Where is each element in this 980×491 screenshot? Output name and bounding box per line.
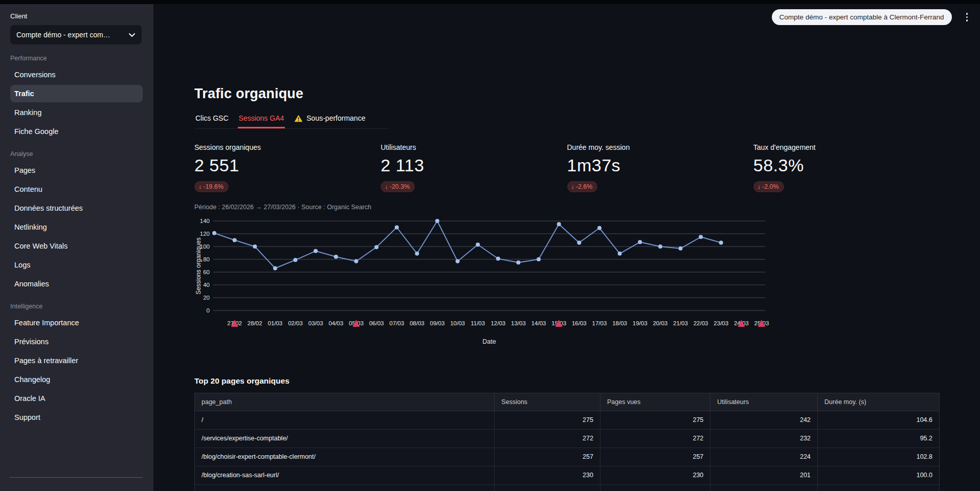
tab-sessions-ga4[interactable]: Sessions GA4	[238, 110, 285, 128]
sidebar-item-trafic[interactable]: Trafic	[10, 85, 143, 102]
column-header[interactable]: Durée moy. (s)	[818, 393, 939, 411]
cell-duree: 102.8	[818, 448, 939, 466]
sidebar-item-pages-retravailler[interactable]: Pages à retravailler	[10, 352, 143, 369]
arrow-down-icon: ↓	[758, 183, 761, 190]
main-panel: Compte démo - expert comptable à Clermon…	[153, 4, 980, 491]
sidebar-section-label: Performance	[10, 53, 143, 64]
cell-sessions: 157	[495, 485, 600, 491]
tab-bar: Clics GSCSessions GA4Sous-performance	[194, 110, 389, 129]
sidebar-item-anomalies[interactable]: Anomalies	[10, 275, 143, 293]
svg-text:06/03: 06/03	[369, 320, 384, 326]
cell-sessions: 272	[495, 430, 600, 448]
cell-sessions: 257	[495, 448, 600, 466]
sidebar-item-pages[interactable]: Pages	[10, 162, 143, 179]
table-row: /275275242104.6	[195, 411, 939, 430]
column-header[interactable]: page_path	[195, 393, 495, 411]
kpi-delta-badge: ↓-20.3%	[381, 181, 415, 192]
table-title: Top 20 pages organiques	[194, 376, 940, 386]
cell-page_path: /blog/choisir-expert-comptable-clermont/	[195, 448, 495, 466]
kpi-taux-d-engagement: Taux d'engagement58.3%↓-2.0%	[753, 143, 940, 192]
tab-sous-performance[interactable]: Sous-performance	[293, 110, 366, 128]
cell-sessions: 230	[495, 466, 600, 484]
cell-utilisateurs: 242	[710, 411, 818, 429]
cell-utilisateurs: 131	[710, 485, 818, 491]
svg-text:20: 20	[203, 295, 210, 301]
warning-icon	[294, 115, 303, 122]
sidebar-section-label: Intelligence	[10, 301, 143, 312]
top-edge-strip	[0, 0, 980, 4]
chevron-down-icon	[128, 33, 136, 37]
svg-text:0: 0	[207, 307, 210, 314]
tab-label: Sous-performance	[306, 114, 365, 122]
svg-text:07/03: 07/03	[389, 320, 404, 326]
sidebar-item-netlinking[interactable]: Netlinking	[10, 218, 143, 236]
kpi-label: Taux d'engagement	[753, 143, 940, 151]
sidebar-item-oracle-ia[interactable]: Oracle IA	[10, 390, 143, 407]
svg-text:04/03: 04/03	[328, 320, 343, 326]
page-title: Trafic organique	[194, 86, 940, 102]
kpi-value: 58.3%	[753, 155, 940, 175]
sidebar-section-label: Analyse	[10, 148, 143, 160]
column-header[interactable]: Pages vues	[600, 393, 710, 411]
sidebar-item-ranking[interactable]: Ranking	[10, 104, 143, 121]
kpi-dur-e-moy-session: Durée moy. session1m37s↓-2.6%	[567, 143, 753, 192]
kpi-sessions-organiques: Sessions organiques2 551↓-19.6%	[194, 143, 381, 192]
kpi-label: Sessions organiques	[194, 143, 381, 151]
sidebar-item-fiche-google[interactable]: Fiche Google	[10, 123, 143, 140]
svg-text:22/03: 22/03	[694, 320, 708, 326]
svg-text:16/03: 16/03	[572, 320, 587, 326]
svg-text:80: 80	[203, 256, 210, 262]
svg-text:08/03: 08/03	[410, 320, 425, 326]
column-header[interactable]: Utilisateurs	[710, 393, 818, 411]
cell-duree: 104.6	[818, 411, 939, 429]
tab-clics-gsc[interactable]: Clics GSC	[194, 110, 230, 128]
table-row: /services/expertise-comptable/2722722329…	[195, 430, 939, 448]
account-badge: Compte démo - expert comptable à Clermon…	[772, 9, 952, 25]
kpi-value: 2 551	[194, 155, 381, 175]
svg-text:20/03: 20/03	[653, 320, 667, 326]
sidebar: Client Compte démo - expert com… Perform…	[0, 4, 153, 491]
tab-label: Sessions GA4	[239, 114, 284, 122]
client-select[interactable]: Compte démo - expert com…	[10, 25, 142, 44]
sidebar-item-feature-importance[interactable]: Feature Importance	[10, 314, 143, 331]
arrow-down-icon: ↓	[571, 183, 574, 190]
top-pages-table: page_pathSessionsPages vuesUtilisateursD…	[194, 393, 940, 491]
column-header[interactable]: Sessions	[495, 393, 600, 411]
table-row: /blog/creation-sas-sarl-eurl/23023020110…	[195, 466, 939, 485]
sessions-line-chart: 020406080100120140Sessions organiques27/…	[194, 215, 940, 356]
table-row: /blog/choisir-expert-comptable-clermont/…	[195, 448, 939, 466]
cell-page_path: /blog/comptabilite-auto-entrepreneur/	[195, 485, 495, 491]
kebab-menu-icon[interactable]	[964, 11, 970, 24]
sidebar-item-changelog[interactable]: Changelog	[10, 371, 143, 388]
cell-page_path: /	[195, 411, 495, 429]
sidebar-item-support[interactable]: Support	[10, 409, 143, 426]
kpi-utilisateurs: Utilisateurs2 113↓-20.3%	[381, 143, 567, 192]
cell-duree: 94.4	[818, 485, 939, 491]
cell-utilisateurs: 201	[710, 466, 818, 484]
sidebar-item-donn-es-structur-es[interactable]: Données structurées	[10, 199, 143, 217]
toolbar: Compte démo - expert comptable à Clermon…	[772, 9, 970, 25]
cell-pages_vues: 157	[600, 485, 710, 491]
svg-text:09/03: 09/03	[430, 320, 445, 326]
sidebar-item-conversions[interactable]: Conversions	[10, 66, 143, 83]
kpi-delta-badge: ↓-2.6%	[567, 181, 598, 192]
sidebar-item-pr-visions[interactable]: Prévisions	[10, 333, 143, 350]
svg-text:40: 40	[203, 282, 210, 288]
kpi-delta-badge: ↓-2.0%	[753, 181, 784, 192]
sidebar-item-core-web-vitals[interactable]: Core Web Vitals	[10, 237, 143, 255]
svg-text:Date: Date	[482, 338, 496, 345]
table-row: /blog/comptabilite-auto-entrepreneur/157…	[195, 485, 939, 491]
svg-text:120: 120	[200, 231, 210, 237]
cell-pages_vues: 257	[600, 448, 710, 466]
cell-page_path: /blog/creation-sas-sarl-eurl/	[195, 466, 495, 484]
client-select-label: Client	[10, 12, 143, 20]
sidebar-item-contenu[interactable]: Contenu	[10, 181, 143, 198]
sidebar-item-logs[interactable]: Logs	[10, 256, 143, 274]
kpi-value: 1m37s	[567, 155, 753, 175]
svg-text:14/03: 14/03	[531, 320, 546, 326]
cell-sessions: 275	[495, 411, 600, 429]
page-content: Trafic organique Clics GSCSessions GA4So…	[153, 4, 980, 491]
client-select-value: Compte démo - expert com…	[16, 31, 128, 39]
cell-utilisateurs: 224	[710, 448, 818, 466]
arrow-down-icon: ↓	[385, 183, 388, 190]
